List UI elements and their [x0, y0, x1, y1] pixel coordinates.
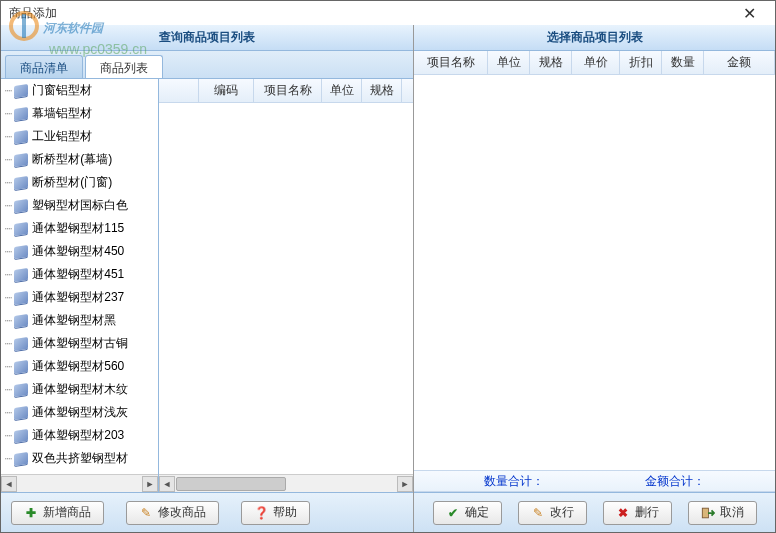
category-icon: [14, 153, 28, 167]
tree-branch-icon: ┈: [5, 130, 12, 144]
check-icon: ✔: [446, 506, 460, 520]
tree-branch-icon: ┈: [5, 360, 12, 374]
selected-grid-body[interactable]: [414, 75, 775, 470]
tree-item[interactable]: ┈通体塑钢型材450: [1, 240, 158, 263]
category-icon: [14, 130, 28, 144]
tree-item-label: 通体塑钢型材木纹: [32, 381, 128, 398]
tree-item-label: 断桥型材(门窗): [32, 174, 112, 191]
col-qty[interactable]: 数量: [662, 51, 704, 74]
col-unit[interactable]: 单位: [488, 51, 530, 74]
col-name[interactable]: 项目名称: [254, 79, 322, 102]
modify-row-button[interactable]: ✎ 改行: [518, 501, 587, 525]
col-code[interactable]: 编码: [199, 79, 254, 102]
col-spec[interactable]: 规格: [530, 51, 572, 74]
tree-branch-icon: ┈: [5, 176, 12, 190]
col-amount[interactable]: 金额: [704, 51, 775, 74]
help-button[interactable]: ❓ 帮助: [241, 501, 310, 525]
tree-item[interactable]: ┈断桥型材(门窗): [1, 171, 158, 194]
edit-product-label: 修改商品: [158, 504, 206, 521]
tree-item-label: 通体塑钢型材115: [32, 220, 124, 237]
col-spec[interactable]: 规格: [362, 79, 402, 102]
tree-branch-icon: ┈: [5, 291, 12, 305]
tree-item[interactable]: ┈通体塑钢型材451: [1, 263, 158, 286]
category-icon: [14, 452, 28, 466]
right-panel-header: 选择商品项目列表: [414, 25, 775, 51]
totals-row: 数量合计： 金额合计：: [414, 470, 775, 492]
tree-item[interactable]: ┈通体塑钢型材古铜: [1, 332, 158, 355]
tree-item[interactable]: ┈通体塑钢型材203: [1, 424, 158, 447]
tree-item[interactable]: ┈门窗铝型材: [1, 79, 158, 102]
col-name[interactable]: 项目名称: [414, 51, 488, 74]
category-tree[interactable]: ┈门窗铝型材┈幕墙铝型材┈工业铝型材┈断桥型材(幕墙)┈断桥型材(门窗)┈塑钢型…: [1, 79, 158, 474]
tree-horizontal-scrollbar[interactable]: ◄ ►: [1, 474, 158, 492]
category-icon: [14, 268, 28, 282]
col-discount[interactable]: 折扣: [620, 51, 662, 74]
selected-grid-header: 项目名称 单位 规格 单价 折扣 数量 金额: [414, 51, 775, 75]
svg-rect-1: [702, 508, 707, 517]
scroll-left-arrow[interactable]: ◄: [159, 476, 175, 492]
tree-item[interactable]: ┈工业铝型材: [1, 125, 158, 148]
product-grid-body[interactable]: [159, 103, 413, 474]
modify-label: 改行: [550, 504, 574, 521]
scroll-right-arrow[interactable]: ►: [142, 476, 158, 492]
tree-item[interactable]: ┈通体塑钢型材黑: [1, 309, 158, 332]
tree-item[interactable]: ┈断桥型材(幕墙): [1, 148, 158, 171]
category-icon: [14, 199, 28, 213]
delete-icon: ✖: [616, 506, 630, 520]
tab-product-list[interactable]: 商品清单: [5, 55, 83, 78]
tree-branch-icon: ┈: [5, 199, 12, 213]
delete-label: 删行: [635, 504, 659, 521]
tree-item-label: 通体塑钢型材450: [32, 243, 124, 260]
tree-item[interactable]: ┈通体塑钢型材115: [1, 217, 158, 240]
tab-product-table[interactable]: 商品列表: [85, 55, 163, 78]
scrollbar-thumb[interactable]: [176, 477, 286, 491]
close-button[interactable]: ✕: [731, 1, 767, 25]
tree-branch-icon: ┈: [5, 314, 12, 328]
tree-item[interactable]: ┈幕墙铝型材: [1, 102, 158, 125]
grid-horizontal-scrollbar[interactable]: ◄ ►: [159, 474, 413, 492]
tree-item-label: 断桥型材(幕墙): [32, 151, 112, 168]
edit-icon: ✎: [531, 506, 545, 520]
col-unit[interactable]: 单位: [322, 79, 362, 102]
tree-item[interactable]: ┈通体塑钢型材560: [1, 355, 158, 378]
tree-item[interactable]: ┈塑钢型材国标白色: [1, 194, 158, 217]
edit-product-button[interactable]: ✎ 修改商品: [126, 501, 219, 525]
category-icon: [14, 360, 28, 374]
tree-item[interactable]: ┈通体塑钢型材237: [1, 286, 158, 309]
tree-item[interactable]: ┈双色共挤塑钢型材: [1, 447, 158, 470]
category-tree-pane: ┈门窗铝型材┈幕墙铝型材┈工业铝型材┈断桥型材(幕墙)┈断桥型材(门窗)┈塑钢型…: [1, 79, 159, 492]
tree-item-label: 通体塑钢型材203: [32, 427, 124, 444]
tree-item-label: 门窗铝型材: [32, 82, 92, 99]
left-button-bar: ✚ 新增商品 ✎ 修改商品 ❓ 帮助: [1, 492, 413, 532]
category-icon: [14, 84, 28, 98]
qty-total-label: 数量合计：: [484, 473, 544, 490]
tree-branch-icon: ┈: [5, 245, 12, 259]
scroll-right-arrow[interactable]: ►: [397, 476, 413, 492]
add-product-button[interactable]: ✚ 新增商品: [11, 501, 104, 525]
category-icon: [14, 291, 28, 305]
delete-row-button[interactable]: ✖ 删行: [603, 501, 672, 525]
category-icon: [14, 337, 28, 351]
tree-item-label: 通体塑钢型材451: [32, 266, 124, 283]
left-panel: 查询商品项目列表 商品清单 商品列表 ┈门窗铝型材┈幕墙铝型材┈工业铝型材┈断桥…: [1, 25, 414, 532]
category-icon: [14, 176, 28, 190]
tree-item[interactable]: ┈通体塑钢型材木纹: [1, 378, 158, 401]
plus-icon: ✚: [24, 506, 38, 520]
tree-item-label: 工业铝型材: [32, 128, 92, 145]
category-icon: [14, 406, 28, 420]
cancel-label: 取消: [720, 504, 744, 521]
cancel-button[interactable]: 取消: [688, 501, 757, 525]
tree-item-label: 通体塑钢型材237: [32, 289, 124, 306]
col-blank[interactable]: [159, 79, 199, 102]
product-grid-pane: 编码 项目名称 单位 规格 ◄ ►: [159, 79, 413, 492]
right-button-bar: ✔ 确定 ✎ 改行 ✖ 删行 取消: [414, 492, 775, 532]
category-icon: [14, 222, 28, 236]
col-price[interactable]: 单价: [572, 51, 620, 74]
ok-button[interactable]: ✔ 确定: [433, 501, 502, 525]
tree-item[interactable]: ┈通体塑钢型材浅灰: [1, 401, 158, 424]
help-label: 帮助: [273, 504, 297, 521]
help-icon: ❓: [254, 506, 268, 520]
left-panel-header: 查询商品项目列表: [1, 25, 413, 51]
exit-icon: [701, 506, 715, 520]
scroll-left-arrow[interactable]: ◄: [1, 476, 17, 492]
